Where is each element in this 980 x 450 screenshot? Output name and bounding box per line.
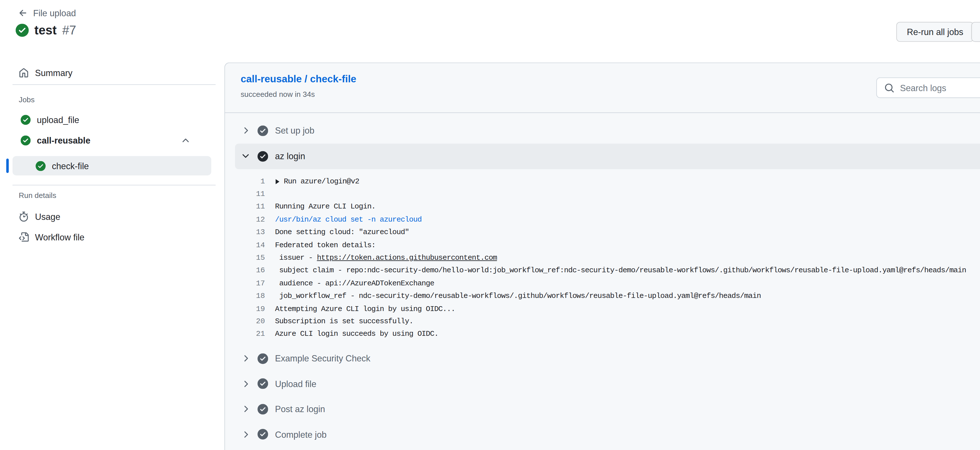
jobs-section-header: Jobs [19,95,35,104]
job-panel-header: call-reusable / check-file succeeded now… [225,63,980,113]
step-success-check-icon [258,125,268,136]
log-search-box[interactable] [876,78,980,98]
job-title-link[interactable]: call-reusable / check-file [241,74,356,85]
log-text: Run azure/login@v2 [284,175,359,188]
log-line: 14Federated token details: [225,239,980,252]
issuer-url-link[interactable]: https://token.actions.githubusercontent.… [317,252,497,264]
log-text: audience - api://AzureADTokenExchange [275,277,434,290]
log-line: 19Attempting Azure CLI login by using OI… [225,303,980,315]
run-success-check-icon [16,24,29,37]
sidebar-item-usage[interactable]: Usage [0,209,220,224]
log-text: Done setting cloud: "azurecloud" [275,226,409,239]
sidebar-summary-label: Summary [35,68,72,78]
job-success-check-icon [21,136,30,146]
step-label: Post az login [275,404,325,414]
search-icon [885,82,894,93]
log-line: 13Done setting cloud: "azurecloud" [225,226,980,239]
line-number[interactable]: 13 [241,226,265,239]
chevron-up-icon[interactable] [180,136,191,146]
log-line: 16 subject claim - repo:ndc-security-dem… [225,264,980,277]
line-number[interactable]: 18 [241,290,265,303]
log-line: 11 [225,188,980,201]
sidebar-divider [13,84,216,85]
log-text: Azure CLI login succeeds by using OIDC. [275,328,438,341]
log-line: 20Subscription is set successfully. [225,315,980,328]
line-number[interactable]: 11 [241,201,265,214]
log-text: Subscription is set successfully. [275,315,413,328]
sidebar-item-workflow-file[interactable]: Workflow file [0,230,220,245]
chevron-right-icon [241,404,251,414]
log-text: Attempting Azure CLI login by using OIDC… [275,303,455,315]
log-line: 21Azure CLI login succeeds by using OIDC… [225,328,980,341]
step-row-set-up-job[interactable]: Set up job [225,118,980,143]
arrow-left-icon [18,8,28,18]
step-row-post-az-login[interactable]: Post az login [225,396,980,422]
line-number[interactable]: 14 [241,239,265,252]
line-number[interactable]: 11 [241,188,265,201]
log-text: job_workflow_ref - ndc-security-demo/reu… [275,290,761,303]
step-label: Complete job [275,429,326,439]
sidebar-job-label: call-reusable [37,136,91,146]
partial-edge-button[interactable] [971,22,980,42]
workflow-run-page: File upload test #7 Re-run all jobs Summ… [0,0,980,450]
chevron-right-icon [241,429,251,439]
step-success-check-icon [258,379,268,389]
log-text: Federated token details: [275,239,375,252]
step-row-upload-file[interactable]: Upload file [225,371,980,396]
log-line: 15 issuer - https://token.actions.github… [225,252,980,264]
log-text: Running Azure CLI Login. [275,201,375,214]
log-command-text: /usr/bin/az cloud set -n azurecloud [275,213,422,226]
log-line: 12/usr/bin/az cloud set -n azurecloud [225,213,980,226]
log-line: 18 job_workflow_ref - ndc-security-demo/… [225,290,980,303]
line-number[interactable]: 12 [241,213,265,226]
chevron-down-icon [241,151,251,161]
line-number[interactable]: 21 [241,328,265,341]
sidebar-job-upload-file[interactable]: upload_file [0,112,220,128]
job-log-panel: call-reusable / check-file succeeded now… [224,62,980,450]
line-number[interactable]: 17 [241,277,265,290]
step-success-check-icon [258,429,268,440]
sidebar-usage-label: Usage [35,212,60,222]
job-status-line: succeeded now in 34s [241,90,315,99]
sidebar-job-label: check-file [52,161,89,171]
step-label: Example Security Check [275,353,370,363]
back-to-workflow-link[interactable]: File upload [18,8,76,18]
step-success-check-icon [258,404,268,414]
file-code-icon [19,232,29,242]
rerun-all-jobs-button[interactable]: Re-run all jobs [896,22,974,42]
job-success-check-icon [21,115,30,125]
line-number[interactable]: 20 [241,315,265,328]
sidebar-item-summary[interactable]: Summary [0,65,220,81]
group-triangle-icon[interactable] [276,179,280,184]
step-success-check-icon [258,353,268,364]
run-details-section-header: Run details [19,191,56,200]
step-label: Set up job [275,125,314,136]
log-line: 1Run azure/login@v2 [225,175,980,188]
log-line: 11Running Azure CLI Login. [225,201,980,214]
step-row-example-security-check[interactable]: Example Security Check [225,346,980,371]
back-link-label: File upload [33,8,76,18]
sidebar-job-label: upload_file [37,115,79,125]
run-title: test #7 [16,23,76,37]
step-row-az-login[interactable]: az login [235,143,980,169]
stopwatch-icon [19,212,29,222]
home-icon [19,68,29,78]
line-number[interactable]: 1 [241,175,265,188]
chevron-right-icon [241,353,251,363]
selected-item-accent-bar [6,158,9,173]
line-number[interactable]: 15 [241,252,265,264]
sidebar-job-call-reusable[interactable]: call-reusable [0,133,220,148]
chevron-right-icon [241,125,251,136]
log-text: subject claim - repo:ndc-security-demo/h… [275,264,966,277]
step-row-complete-job[interactable]: Complete job [225,422,980,447]
line-number[interactable]: 16 [241,264,265,277]
sidebar-divider [13,185,216,185]
search-logs-input[interactable] [900,82,980,93]
az-login-log-block: 1Run azure/login@v2 11 11Running Azure C… [225,175,980,341]
sidebar-job-check-file-selected[interactable]: check-file [13,156,211,176]
line-number[interactable]: 19 [241,303,265,315]
run-number: #7 [62,23,76,37]
sidebar-workflow-file-label: Workflow file [35,232,84,242]
job-success-check-icon [36,161,46,171]
log-text: issuer - [275,252,317,264]
